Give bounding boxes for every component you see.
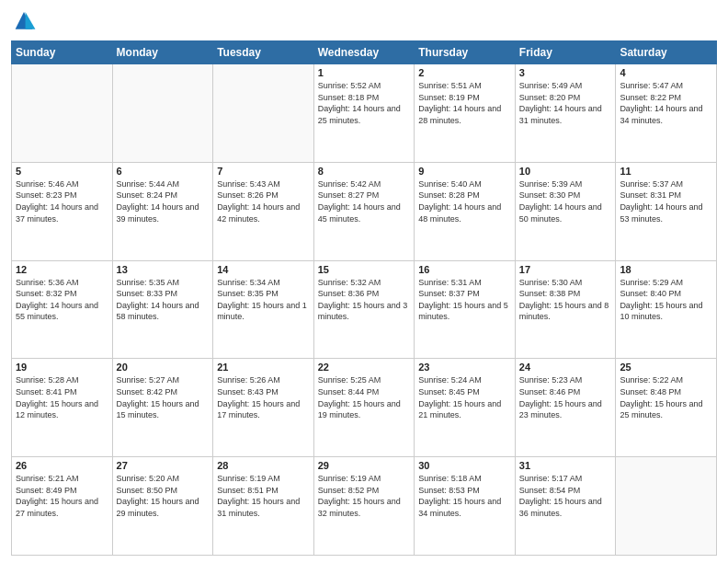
day-cell: 4Sunrise: 5:47 AM Sunset: 8:22 PM Daylig… <box>616 64 717 163</box>
day-info: Sunrise: 5:37 AM Sunset: 8:31 PM Dayligh… <box>620 178 712 224</box>
day-info: Sunrise: 5:30 AM Sunset: 8:38 PM Dayligh… <box>519 277 612 323</box>
day-number: 24 <box>519 362 612 373</box>
day-info: Sunrise: 5:18 AM Sunset: 8:53 PM Dayligh… <box>418 473 511 519</box>
day-cell: 26Sunrise: 5:21 AM Sunset: 8:49 PM Dayli… <box>12 457 113 556</box>
day-cell: 1Sunrise: 5:52 AM Sunset: 8:18 PM Daylig… <box>313 64 415 163</box>
logo-icon <box>11 9 37 35</box>
day-info: Sunrise: 5:52 AM Sunset: 8:18 PM Dayligh… <box>318 80 411 126</box>
day-number: 14 <box>217 264 310 275</box>
day-info: Sunrise: 5:36 AM Sunset: 8:32 PM Dayligh… <box>16 277 108 323</box>
day-info: Sunrise: 5:49 AM Sunset: 8:20 PM Dayligh… <box>519 80 612 126</box>
day-cell: 15Sunrise: 5:32 AM Sunset: 8:36 PM Dayli… <box>313 260 415 359</box>
day-cell <box>112 64 213 163</box>
day-info: Sunrise: 5:22 AM Sunset: 8:48 PM Dayligh… <box>620 374 712 420</box>
day-cell: 11Sunrise: 5:37 AM Sunset: 8:31 PM Dayli… <box>616 162 717 260</box>
week-row: 19Sunrise: 5:28 AM Sunset: 8:41 PM Dayli… <box>12 359 717 457</box>
day-info: Sunrise: 5:51 AM Sunset: 8:19 PM Dayligh… <box>418 80 511 126</box>
day-number: 18 <box>620 264 712 275</box>
day-cell: 19Sunrise: 5:28 AM Sunset: 8:41 PM Dayli… <box>12 359 113 457</box>
week-row: 5Sunrise: 5:46 AM Sunset: 8:23 PM Daylig… <box>12 162 717 260</box>
week-row: 26Sunrise: 5:21 AM Sunset: 8:49 PM Dayli… <box>12 457 717 556</box>
day-number: 8 <box>318 166 411 177</box>
day-number: 19 <box>16 362 108 373</box>
day-cell: 5Sunrise: 5:46 AM Sunset: 8:23 PM Daylig… <box>12 162 113 260</box>
day-cell: 28Sunrise: 5:19 AM Sunset: 8:51 PM Dayli… <box>213 457 314 556</box>
day-cell: 12Sunrise: 5:36 AM Sunset: 8:32 PM Dayli… <box>12 260 113 359</box>
day-number: 21 <box>217 362 310 373</box>
day-number: 2 <box>418 67 511 78</box>
day-cell: 14Sunrise: 5:34 AM Sunset: 8:35 PM Dayli… <box>213 260 314 359</box>
day-number: 6 <box>117 166 210 177</box>
day-cell: 6Sunrise: 5:44 AM Sunset: 8:24 PM Daylig… <box>112 162 213 260</box>
day-info: Sunrise: 5:35 AM Sunset: 8:33 PM Dayligh… <box>117 277 210 323</box>
day-info: Sunrise: 5:34 AM Sunset: 8:35 PM Dayligh… <box>217 277 310 323</box>
weekday-header: Monday <box>112 41 213 64</box>
day-number: 31 <box>519 460 612 471</box>
day-number: 26 <box>16 460 108 471</box>
day-info: Sunrise: 5:19 AM Sunset: 8:52 PM Dayligh… <box>318 473 411 519</box>
day-cell: 22Sunrise: 5:25 AM Sunset: 8:44 PM Dayli… <box>313 359 415 457</box>
week-row: 1Sunrise: 5:52 AM Sunset: 8:18 PM Daylig… <box>12 64 717 163</box>
day-cell: 8Sunrise: 5:42 AM Sunset: 8:27 PM Daylig… <box>313 162 415 260</box>
day-cell: 10Sunrise: 5:39 AM Sunset: 8:30 PM Dayli… <box>515 162 616 260</box>
day-info: Sunrise: 5:39 AM Sunset: 8:30 PM Dayligh… <box>519 178 612 224</box>
day-cell <box>616 457 717 556</box>
weekday-header-row: SundayMondayTuesdayWednesdayThursdayFrid… <box>12 41 717 64</box>
day-info: Sunrise: 5:24 AM Sunset: 8:45 PM Dayligh… <box>418 374 511 420</box>
day-cell: 21Sunrise: 5:26 AM Sunset: 8:43 PM Dayli… <box>213 359 314 457</box>
day-info: Sunrise: 5:44 AM Sunset: 8:24 PM Dayligh… <box>117 178 210 224</box>
day-info: Sunrise: 5:17 AM Sunset: 8:54 PM Dayligh… <box>519 473 612 519</box>
day-info: Sunrise: 5:20 AM Sunset: 8:50 PM Dayligh… <box>117 473 210 519</box>
day-cell: 7Sunrise: 5:43 AM Sunset: 8:26 PM Daylig… <box>213 162 314 260</box>
day-number: 30 <box>418 460 511 471</box>
day-cell: 30Sunrise: 5:18 AM Sunset: 8:53 PM Dayli… <box>415 457 516 556</box>
day-cell: 9Sunrise: 5:40 AM Sunset: 8:28 PM Daylig… <box>415 162 516 260</box>
page: SundayMondayTuesdayWednesdayThursdayFrid… <box>0 0 728 563</box>
day-info: Sunrise: 5:27 AM Sunset: 8:42 PM Dayligh… <box>117 374 210 420</box>
day-info: Sunrise: 5:19 AM Sunset: 8:51 PM Dayligh… <box>217 473 310 519</box>
day-number: 10 <box>519 166 612 177</box>
day-number: 3 <box>519 67 612 78</box>
weekday-header: Thursday <box>415 41 516 64</box>
day-number: 20 <box>117 362 210 373</box>
day-info: Sunrise: 5:21 AM Sunset: 8:49 PM Dayligh… <box>16 473 108 519</box>
day-cell: 3Sunrise: 5:49 AM Sunset: 8:20 PM Daylig… <box>515 64 616 163</box>
day-number: 9 <box>418 166 511 177</box>
day-cell: 27Sunrise: 5:20 AM Sunset: 8:50 PM Dayli… <box>112 457 213 556</box>
day-number: 11 <box>620 166 712 177</box>
day-cell <box>213 64 314 163</box>
day-info: Sunrise: 5:31 AM Sunset: 8:37 PM Dayligh… <box>418 277 511 323</box>
day-number: 7 <box>217 166 310 177</box>
day-cell: 18Sunrise: 5:29 AM Sunset: 8:40 PM Dayli… <box>616 260 717 359</box>
day-info: Sunrise: 5:47 AM Sunset: 8:22 PM Dayligh… <box>620 80 712 126</box>
day-cell: 16Sunrise: 5:31 AM Sunset: 8:37 PM Dayli… <box>415 260 516 359</box>
day-info: Sunrise: 5:46 AM Sunset: 8:23 PM Dayligh… <box>16 178 108 224</box>
day-info: Sunrise: 5:32 AM Sunset: 8:36 PM Dayligh… <box>318 277 411 323</box>
day-info: Sunrise: 5:42 AM Sunset: 8:27 PM Dayligh… <box>318 178 411 224</box>
svg-marker-1 <box>26 12 36 29</box>
day-number: 23 <box>418 362 511 373</box>
weekday-header: Saturday <box>616 41 717 64</box>
day-number: 22 <box>318 362 411 373</box>
day-number: 15 <box>318 264 411 275</box>
calendar: SundayMondayTuesdayWednesdayThursdayFrid… <box>11 40 717 556</box>
day-cell: 2Sunrise: 5:51 AM Sunset: 8:19 PM Daylig… <box>415 64 516 163</box>
day-cell: 17Sunrise: 5:30 AM Sunset: 8:38 PM Dayli… <box>515 260 616 359</box>
day-number: 13 <box>117 264 210 275</box>
day-info: Sunrise: 5:26 AM Sunset: 8:43 PM Dayligh… <box>217 374 310 420</box>
day-number: 25 <box>620 362 712 373</box>
day-info: Sunrise: 5:23 AM Sunset: 8:46 PM Dayligh… <box>519 374 612 420</box>
day-cell: 13Sunrise: 5:35 AM Sunset: 8:33 PM Dayli… <box>112 260 213 359</box>
day-cell <box>12 64 113 163</box>
day-number: 28 <box>217 460 310 471</box>
week-row: 12Sunrise: 5:36 AM Sunset: 8:32 PM Dayli… <box>12 260 717 359</box>
day-info: Sunrise: 5:43 AM Sunset: 8:26 PM Dayligh… <box>217 178 310 224</box>
day-info: Sunrise: 5:40 AM Sunset: 8:28 PM Dayligh… <box>418 178 511 224</box>
day-cell: 25Sunrise: 5:22 AM Sunset: 8:48 PM Dayli… <box>616 359 717 457</box>
day-cell: 24Sunrise: 5:23 AM Sunset: 8:46 PM Dayli… <box>515 359 616 457</box>
day-info: Sunrise: 5:28 AM Sunset: 8:41 PM Dayligh… <box>16 374 108 420</box>
day-number: 12 <box>16 264 108 275</box>
day-cell: 23Sunrise: 5:24 AM Sunset: 8:45 PM Dayli… <box>415 359 516 457</box>
weekday-header: Friday <box>515 41 616 64</box>
weekday-header: Wednesday <box>313 41 415 64</box>
